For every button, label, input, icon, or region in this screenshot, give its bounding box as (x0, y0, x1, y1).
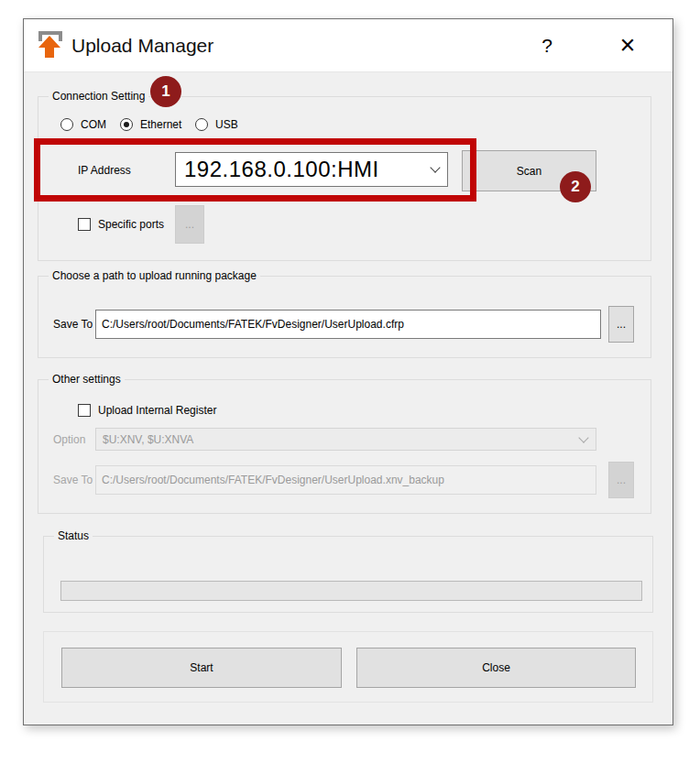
start-button[interactable]: Start (61, 648, 342, 688)
radio-com[interactable] (60, 118, 73, 131)
radio-usb[interactable] (195, 118, 208, 131)
radio-com-label[interactable]: COM (81, 118, 106, 131)
upload-internal-register-label[interactable]: Upload Internal Register (98, 404, 216, 417)
connection-setting-title: Connection Setting (49, 90, 148, 104)
title-bar: Upload Manager ? × (24, 19, 673, 72)
package-browse-button[interactable]: ... (608, 306, 634, 343)
progress-bar (60, 581, 642, 601)
screenshot-stage: Upload Manager ? × Connection Setting CO… (0, 0, 700, 763)
option-combobox: $U:XNV, $U:XNVA (95, 428, 596, 451)
other-settings-title: Other settings (49, 373, 125, 387)
chevron-down-icon (572, 438, 596, 441)
radio-ethernet-label[interactable]: Ethernet (140, 118, 181, 131)
close-icon[interactable]: × (607, 19, 649, 71)
window-title: Upload Manager (71, 19, 213, 72)
package-path-field[interactable] (95, 310, 601, 339)
status-group: Status (43, 536, 653, 613)
radio-ethernet[interactable] (120, 118, 133, 131)
backup-save-to-label: Save To (53, 474, 93, 486)
backup-browse-button: ... (608, 462, 634, 498)
package-path-title: Choose a path to upload running package (49, 269, 260, 283)
upload-internal-register-checkbox[interactable] (78, 404, 91, 417)
annotation-highlight-rectangle (34, 138, 476, 202)
backup-path-field: C:/Users/root/Documents/FATEK/FvDesigner… (95, 465, 596, 495)
option-label: Option (53, 433, 85, 446)
status-title: Status (54, 529, 93, 543)
package-save-to-label: Save To (53, 318, 93, 331)
radio-usb-label[interactable]: USB (215, 118, 238, 131)
specific-ports-browse-button[interactable]: ... (175, 205, 204, 244)
upload-manager-dialog: Upload Manager ? × Connection Setting CO… (23, 18, 673, 725)
close-button[interactable]: Close (356, 648, 636, 688)
annotation-badge-1: 1 (150, 76, 181, 107)
annotation-badge-2: 2 (560, 171, 591, 202)
specific-ports-checkbox[interactable] (78, 218, 91, 231)
option-value: $U:XNV, $U:XNVA (96, 433, 572, 446)
upload-arrow-icon (36, 29, 63, 60)
help-button[interactable]: ? (526, 19, 568, 71)
specific-ports-label[interactable]: Specific ports (98, 218, 164, 231)
